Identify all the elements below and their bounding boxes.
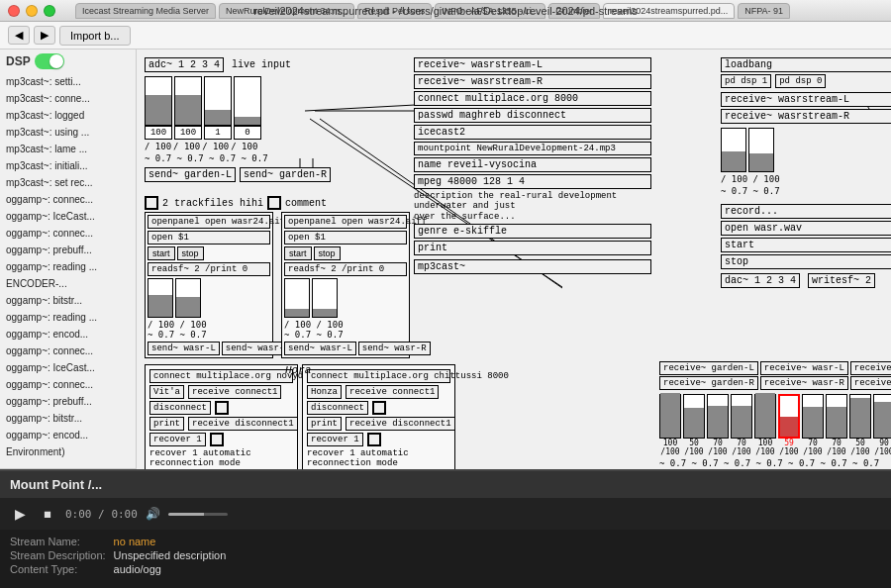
stream-name-value: no name [114,536,881,547]
minimize-button[interactable] [26,5,38,17]
genre-obj[interactable]: genre e-skiffle [414,224,651,239]
volume-slider[interactable] [168,513,228,516]
maximize-button[interactable] [44,5,55,17]
disconnect-2[interactable]: disconnect [307,401,368,415]
forward-button[interactable]: ▶ [34,26,55,45]
receive-disconnect-1[interactable]: receive disconnect1 [188,417,298,431]
receive-wasr-L-mix[interactable]: receive~ wasr-L [760,361,848,375]
sidebar-item-15: oggamp~: encod... [0,326,136,343]
mp3cast-obj[interactable]: mp3cast~ [414,259,651,274]
tab-icecast[interactable]: Icecast Streaming Media Server [75,3,216,19]
toggle-recover-2[interactable] [367,433,381,446]
receive-vita-R[interactable]: receive~ vita-R [850,376,891,390]
toggle-2[interactable] [267,196,281,210]
print-vita[interactable]: print [149,417,184,431]
sidebar: DSP mp3cast~: setti... mp3cast~: conne..… [0,49,137,469]
start-btn-2[interactable]: start [284,246,312,260]
loadbang-obj[interactable]: loadbang [721,57,891,72]
window-controls[interactable] [8,5,55,17]
close-button[interactable] [8,5,20,17]
receive-vita-L[interactable]: receive~ vita-L [850,361,891,375]
toggle-vita[interactable] [215,401,229,415]
receive-garden-L[interactable]: receive~ garden-L [659,361,758,375]
receive-wasr-L[interactable]: receive~ wasrstream-L [414,57,651,72]
toggle-recover-1[interactable] [210,433,224,446]
send-wasr-L-2[interactable]: send~ wasr-L [284,342,356,355]
stop-button[interactable]: ⏹ [38,504,57,524]
openpanel-1[interactable]: openpanel open wasr24.aiff [148,215,270,229]
stream-header: Mount Point /... [0,471,891,498]
honza-panel: connect multiplace.org chittussi 8000 Ho… [302,364,455,469]
toggle-honza[interactable] [372,401,386,415]
print-obj[interactable]: print [414,241,651,255]
titlebar: Icecast Streaming Media Server NewRuralD… [0,0,891,22]
bottom-panel: Mount Point /... ▶ ⏹ 0:00 / 0:00 🔊 Strea… [0,469,891,588]
readsf-2[interactable]: readsf~ 2 /print 0 [284,262,407,276]
writesf-obj[interactable]: writesf~ 2 [808,273,875,288]
icecast2-obj[interactable]: icecast2 [414,125,651,140]
dac-obj[interactable]: dac~ 1 2 3 4 [721,273,800,288]
pd-dsp-1[interactable]: pd dsp 1 [721,74,771,88]
toggle-1[interactable] [145,196,158,210]
sidebar-item-21: oggamp~: encod... [0,427,136,443]
sidebar-item-3: mp3cast~: using ... [0,124,136,141]
import-button[interactable]: Import b... [59,26,131,46]
sidebar-item-12: ENCODER-... [0,275,136,292]
content-type-label-bottom: Content Type: [10,563,106,575]
mute-icon[interactable]: 🔊 [146,507,160,521]
pd-canvas[interactable]: adc~ 1 2 3 4 live input 100 100 [137,49,891,469]
send-wasr-L-1[interactable]: send~ wasr-L [148,342,220,355]
dsp-toggle[interactable] [35,53,64,69]
mountpoint-obj[interactable]: mountpoint NewRuralDevelopment-24.mp3 [414,142,651,155]
stop-btn-2[interactable]: stop [314,246,341,260]
send-garden-L[interactable]: send~ garden-L [145,167,236,182]
recover-2[interactable]: recover 1 [307,433,363,446]
total-time: 0:00 [111,508,138,521]
record-comment: record... [721,204,891,219]
receive-wasr-R-right[interactable]: receive~ wasrstream-R [721,109,891,124]
tab-nfpa[interactable]: NFPA- 91 [738,3,790,19]
sidebar-item-22: Environment) [0,443,136,460]
receive-wasr-R-mix[interactable]: receive~ wasr-R [760,376,848,390]
readsf-1[interactable]: readsf~ 2 /print 0 [148,262,270,276]
pd-dsp-0[interactable]: pd dsp 0 [775,74,826,88]
back-button[interactable]: ◀ [8,26,30,45]
open-wasr-wav[interactable]: open wasr.wav [721,221,891,236]
trackfiles-section: 2 trackfiles hihi comment openpanel open… [145,196,410,358]
panel-left: openpanel open wasr24.aiff open $1 start… [145,212,273,358]
send-garden-R[interactable]: send~ garden-R [240,167,331,182]
start-obj[interactable]: start [721,238,891,252]
open-s1[interactable]: open $1 [148,231,270,245]
openpanel-2[interactable]: openpanel open wasr24.aiff [284,215,407,229]
sidebar-item-0: mp3cast~: setti... [0,73,136,90]
start-btn-1[interactable]: start [148,246,175,260]
send-wasr-R-2[interactable]: send~ wasr-R [358,342,431,355]
stop-obj[interactable]: stop [721,254,891,269]
receive-wasr-L-right[interactable]: receive~ wasrstream-L [721,92,891,107]
mount-point-title: Mount Point /... [10,477,102,492]
dsp-toggle-row: DSP [0,49,136,73]
sidebar-item-18: oggamp~: connec... [0,376,136,393]
receive-connect-1[interactable]: receive connect1 [188,385,281,399]
receive-garden-R[interactable]: receive~ garden-R [659,376,758,390]
play-button[interactable]: ▶ [10,504,30,524]
name-reveil[interactable]: name reveil-vysocina [414,157,651,172]
receive-connect-2[interactable]: receive connect1 [346,385,439,399]
mpeg-obj[interactable]: mpeg 48000 128 1 4 [414,174,651,189]
sidebar-item-19: oggamp~: prebuff... [0,393,136,410]
recover-1[interactable]: recover 1 [149,433,206,446]
connect-vita[interactable]: connect multiplace.org novydvur 8000 [149,369,293,383]
receive-wasr-R[interactable]: receive~ wasrstream-R [414,74,651,89]
receive-disconnect-2[interactable]: receive disconnect1 [346,417,455,431]
passwd-maghreb[interactable]: passwd maghreb disconnect [414,108,651,123]
open-s1-2[interactable]: open $1 [284,231,407,245]
connect-multiplace[interactable]: connect multiplace.org 8000 [414,91,651,106]
adc-obj[interactable]: adc~ 1 2 3 4 [145,57,224,72]
print-honza[interactable]: print [307,417,342,431]
stop-btn-1[interactable]: stop [177,246,204,260]
sidebar-item-16: oggamp~: connec... [0,343,136,359]
stream-info-grid: Stream Name: no name Stream Description:… [0,530,891,581]
connect-honza[interactable]: connect multiplace.org chittussi 8000 [307,369,450,383]
sidebar-item-8: oggamp~: IceCast... [0,208,136,225]
disconnect-1[interactable]: disconnect [149,401,211,415]
